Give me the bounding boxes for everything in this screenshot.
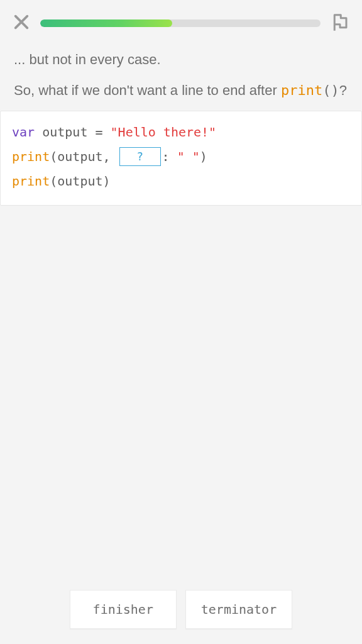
fill-blank-input[interactable]: ?	[119, 147, 161, 166]
report-icon[interactable]	[331, 13, 349, 34]
code-block: var output = "Hello there!" print(output…	[0, 111, 362, 206]
token-close-paren: )	[103, 174, 111, 189]
lesson-line-2-suffix: ?	[339, 82, 347, 98]
token-func-print: print	[12, 174, 50, 189]
token-close-paren: )	[200, 149, 207, 164]
token-string-hello: "Hello there!"	[111, 125, 217, 140]
lesson-line-2: So, what if we don't want a line to end …	[14, 80, 348, 101]
lesson-line-2-text: So, what if we don't want a line to end …	[14, 82, 281, 98]
token-ident-output: output	[57, 174, 102, 189]
token-open-paren: (	[50, 174, 57, 189]
token-func-print: print	[12, 149, 50, 164]
token-colon: :	[162, 149, 170, 164]
lesson-line-1: ... but not in every case.	[14, 49, 348, 70]
code-line-3: print(output)	[12, 169, 350, 194]
answer-option-finisher[interactable]: finisher	[70, 590, 177, 629]
token-equals: =	[95, 125, 102, 140]
token-ident-output: output	[57, 149, 102, 164]
header-bar	[0, 0, 362, 40]
token-open-paren: (	[50, 149, 57, 164]
answer-options: finisher terminator	[0, 590, 362, 629]
code-line-1: var output = "Hello there!"	[12, 120, 350, 145]
token-string-space: " "	[177, 149, 200, 164]
answer-option-terminator[interactable]: terminator	[185, 590, 292, 629]
inline-code-print: print()	[281, 82, 339, 98]
token-comma: ,	[103, 149, 111, 164]
progress-fill	[40, 19, 172, 27]
token-keyword-var: var	[12, 125, 35, 140]
lesson-text: ... but not in every case. So, what if w…	[0, 40, 362, 101]
close-icon[interactable]	[13, 13, 30, 33]
code-line-2: print(output, ?: " ")	[12, 145, 350, 169]
progress-bar	[40, 19, 321, 27]
token-ident-output: output	[42, 125, 87, 140]
